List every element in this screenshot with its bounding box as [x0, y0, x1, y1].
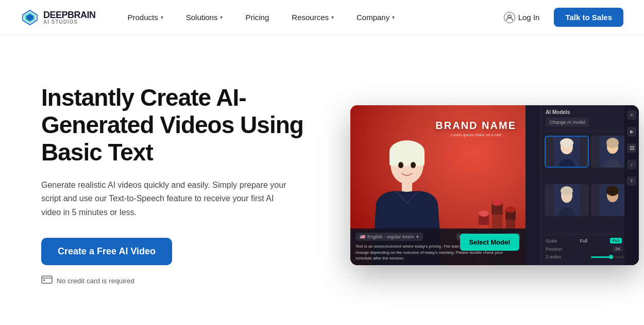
- hero-description: Generate realistic AI videos quickly and…: [41, 178, 289, 219]
- hero-section: Instantly Create AI-Generated Videos Usi…: [0, 35, 644, 325]
- slider-fill: [591, 256, 611, 258]
- slider-thumb: [609, 255, 613, 259]
- scale-setting: Scale Full Full Fit: [546, 238, 634, 243]
- scale-option-full[interactable]: Full: [610, 238, 622, 243]
- video-area: BRAND NAME Lorem ipsum dolor sit a met: [350, 105, 526, 265]
- talk-to-sales-button[interactable]: Talk to Sales: [554, 8, 623, 27]
- select-model-button[interactable]: Select Model: [460, 234, 519, 251]
- svg-point-16: [479, 210, 489, 217]
- nav-pricing[interactable]: Pricing: [234, 0, 280, 35]
- create-free-video-button[interactable]: Create a Free AI Video: [41, 238, 172, 265]
- nav-links: Products ▾ Solutions ▾ Pricing Resources…: [116, 0, 498, 35]
- svg-rect-7: [43, 280, 45, 281]
- z-index-slider[interactable]: [591, 256, 627, 258]
- position-setting: Position 24 36: [546, 246, 634, 252]
- position-x[interactable]: 24: [613, 246, 622, 252]
- app-screenshot: BRAND NAME Lorem ipsum dolor sit a met: [350, 105, 639, 265]
- logo[interactable]: DEEPBRAIN AI STUDIOS: [21, 8, 96, 27]
- logo-subtitle: AI STUDIOS: [43, 20, 96, 25]
- panel-icon-5[interactable]: T: [627, 176, 636, 186]
- svg-point-12: [398, 162, 403, 168]
- model-avatar-1: [546, 137, 588, 167]
- svg-point-22: [505, 206, 516, 213]
- panel-title: AI Models: [546, 109, 634, 115]
- user-icon: [504, 12, 515, 23]
- brand-overlay: BRAND NAME Lorem ipsum dolor sit a met: [435, 120, 516, 137]
- model-avatar-3: [545, 184, 589, 216]
- products-chevron-icon: ▾: [161, 14, 163, 20]
- resources-chevron-icon: ▾: [331, 14, 334, 20]
- brand-name-text: BRAND NAME: [435, 120, 516, 132]
- company-chevron-icon: ▾: [392, 14, 395, 20]
- nav-solutions[interactable]: Solutions ▾: [175, 0, 234, 35]
- hero-heading: Instantly Create AI-Generated Videos Usi…: [41, 84, 309, 166]
- logo-brand: DEEPBRAIN: [43, 10, 96, 20]
- nav-actions: Log In Talk to Sales: [498, 8, 623, 27]
- svg-point-31: [561, 186, 573, 196]
- flag-icon: 🇺🇸: [360, 234, 365, 239]
- svg-point-28: [606, 138, 619, 148]
- panel-icon-2[interactable]: ▶: [627, 127, 636, 136]
- nav-resources[interactable]: Resources ▾: [280, 0, 345, 35]
- no-credit-notice: No credit card is required: [41, 275, 309, 286]
- svg-rect-10: [389, 151, 425, 166]
- login-button[interactable]: Log In: [498, 8, 546, 27]
- svg-point-13: [411, 162, 416, 168]
- svg-point-19: [492, 199, 503, 206]
- model-card-3[interactable]: [545, 184, 589, 216]
- panel-icon-4[interactable]: ♪: [627, 160, 636, 169]
- logo-icon: [21, 8, 39, 27]
- panel-icon-3[interactable]: 🖼: [627, 143, 636, 153]
- change-model-button[interactable]: Change AI model: [546, 118, 589, 127]
- model-card-1[interactable]: [545, 136, 589, 168]
- solutions-chevron-icon: ▾: [220, 14, 223, 20]
- lang-chevron-icon: ▾: [416, 234, 419, 239]
- icon-strip: ≡ ▶ 🖼 ♪ T: [624, 105, 639, 265]
- svg-point-34: [606, 186, 619, 196]
- svg-point-25: [560, 138, 573, 148]
- zindex-setting: Z-index 55: [546, 254, 634, 259]
- nav-company[interactable]: Company ▾: [345, 0, 406, 35]
- navbar: DEEPBRAIN AI STUDIOS Products ▾ Solution…: [0, 0, 644, 35]
- panel-icon-1[interactable]: ≡: [627, 110, 636, 120]
- hero-content: Instantly Create AI-Generated Videos Usi…: [41, 84, 309, 286]
- hero-preview: BRAND NAME Lorem ipsum dolor sit a met: [350, 105, 639, 265]
- nav-products[interactable]: Products ▾: [116, 0, 175, 35]
- right-panel: AI Models Change AI model: [540, 105, 639, 265]
- credit-card-icon: [41, 275, 53, 286]
- svg-rect-11: [402, 182, 412, 192]
- language-selector[interactable]: 🇺🇸 English - regular lorem ▾: [355, 233, 423, 241]
